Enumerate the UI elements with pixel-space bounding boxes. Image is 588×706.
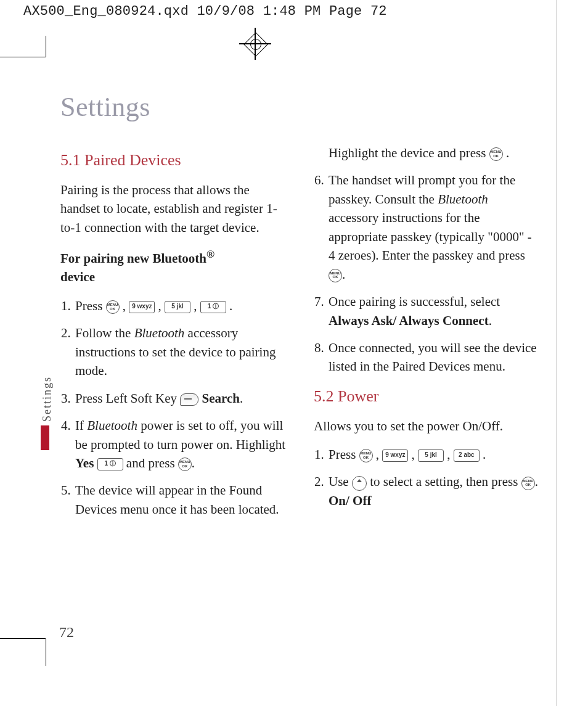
page-number: 72 (59, 624, 74, 641)
list-item: Press Left Soft Key Search. (74, 389, 288, 408)
two-key-icon: 2 abc (454, 449, 480, 462)
side-tab: Settings (41, 376, 58, 450)
list-item: Press MENU OK , 9 wxyz , 5 jkl , 2 abc . (327, 445, 541, 464)
content-columns: 5.1 Paired Devices Pairing is the proces… (60, 144, 541, 519)
crop-mark-bottom-icon (0, 638, 46, 639)
registration-marks (0, 17, 588, 40)
list-item: Use to select a setting, then press MENU… (327, 472, 541, 510)
menu-ok-key-icon: MENU OK (489, 147, 503, 161)
five-key-icon: 5 jkl (418, 449, 444, 462)
paragraph: Allows you to set the power On/Off. (314, 417, 541, 435)
five-key-icon: 5 jkl (165, 301, 190, 313)
left-soft-key-icon (180, 393, 198, 406)
section-heading-power: 5.2 Power (314, 385, 541, 408)
nav-up-down-key-icon (352, 476, 367, 491)
menu-ok-key-icon: MENU OK (521, 477, 535, 490)
nine-key-icon: 9 wxyz (382, 449, 408, 462)
menu-ok-key-icon: MENU OK (178, 458, 192, 471)
registration-target-icon (243, 31, 267, 56)
list-item: Once connected, you will see the device … (327, 339, 541, 376)
page-title: Settings (60, 91, 541, 123)
ordered-steps-power: Press MENU OK , 9 wxyz , 5 jkl , 2 abc .… (314, 445, 541, 510)
crop-mark-top-icon (0, 57, 46, 57)
list-item: Once pairing is successful, select Alway… (327, 292, 541, 330)
list-item: The handset will prompt you for the pass… (327, 171, 541, 284)
side-tab-bar (41, 425, 49, 450)
list-item: Follow the Bluetooth accessory instructi… (74, 324, 288, 380)
subheading-pairing: For pairing new Bluetooth® device (60, 247, 288, 287)
list-item: If Bluetooth power is set to off, you wi… (74, 416, 288, 472)
one-key-icon: 1 ⓘ (97, 458, 123, 470)
menu-ok-key-icon: MENU OK (106, 300, 120, 314)
menu-ok-key-icon: MENU OK (359, 449, 373, 462)
trim-line-right (557, 0, 557, 706)
side-tab-label: Settings (41, 376, 54, 422)
nine-key-icon: 9 wxyz (129, 301, 155, 313)
paragraph: Pairing is the process that allows the h… (60, 181, 288, 237)
list-item: Press MENU OK , 9 wxyz , 5 jkl , 1 ⓘ . (74, 297, 288, 315)
menu-ok-key-icon: MENU OK (329, 269, 342, 282)
one-key-icon: 1 ⓘ (200, 301, 226, 313)
section-heading-paired-devices: 5.1 Paired Devices (60, 149, 288, 172)
